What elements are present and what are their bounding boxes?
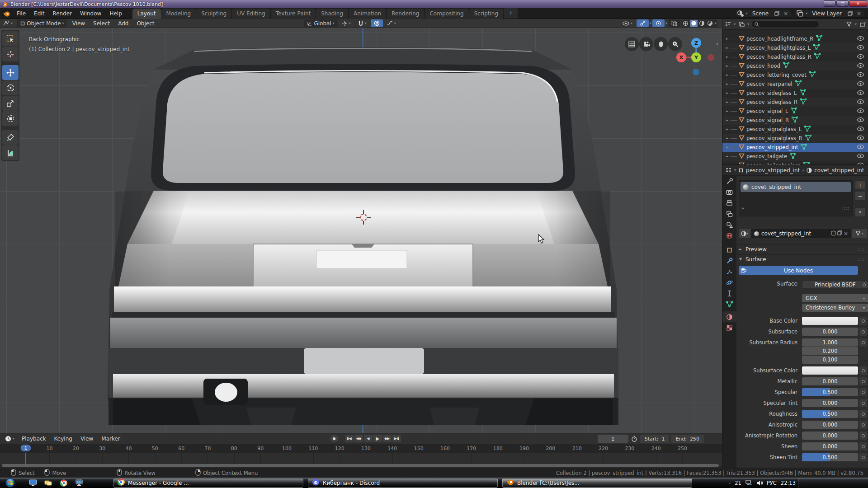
- visibility-dropdown[interactable]: ▾: [619, 19, 636, 28]
- object-name[interactable]: pescov_lettering_covet: [746, 72, 807, 78]
- property-value-field[interactable]: 1.000: [802, 338, 858, 347]
- outliner-item[interactable]: ►pescov_sideglass_L: [722, 89, 868, 98]
- properties-tab-output[interactable]: [722, 197, 736, 208]
- axis-y-ball[interactable]: Y: [691, 52, 701, 62]
- record-button[interactable]: ●: [330, 435, 339, 442]
- object-name[interactable]: pescov_stripped_int: [746, 144, 798, 150]
- chevron-down-icon[interactable]: ▾: [734, 22, 736, 26]
- hide-in-viewport-eye-icon[interactable]: [857, 135, 864, 141]
- workspace-tab-layout[interactable]: Layout: [132, 9, 161, 19]
- object-name[interactable]: pescov_sideglass_R: [746, 99, 797, 105]
- hide-in-viewport-eye-icon[interactable]: [857, 117, 864, 123]
- shading-rendered-button[interactable]: [707, 20, 714, 27]
- node-socket-button[interactable]: [859, 317, 867, 325]
- property-value-field[interactable]: 0.000: [802, 377, 858, 385]
- taskbar-app-blender[interactable]: Blender [C:\Users\Jes...: [502, 479, 692, 488]
- outliner-item[interactable]: ►pescov_rearpanel: [722, 80, 868, 89]
- select-box-tool[interactable]: [2, 31, 19, 46]
- properties-tab-render[interactable]: [722, 187, 736, 197]
- proportional-falloff-selector[interactable]: ▾: [384, 19, 399, 28]
- gizmos-toggle[interactable]: [637, 19, 649, 27]
- topbar-menu-help[interactable]: Help: [105, 8, 126, 19]
- topbar-menu-file[interactable]: File: [13, 8, 30, 19]
- expand-arrow-icon[interactable]: ►: [726, 100, 731, 104]
- expand-arrow-icon[interactable]: ►: [726, 91, 731, 95]
- axis-neg-x-ball[interactable]: [708, 54, 714, 61]
- object-name[interactable]: pescov_sideglass_L: [746, 90, 797, 96]
- next-keyframe-button[interactable]: ◆▶: [383, 435, 392, 442]
- clock[interactable]: 22:13: [781, 480, 796, 486]
- current-frame-field[interactable]: 1: [598, 435, 628, 443]
- grid-toggle-button[interactable]: [625, 37, 639, 51]
- jump-to-start-button[interactable]: ▮◀: [345, 435, 354, 442]
- search-input[interactable]: [761, 21, 811, 28]
- transform-orientation-selector[interactable]: Global▾: [304, 19, 337, 27]
- distribution-dropdown[interactable]: GGX▾: [802, 294, 868, 302]
- end-frame-field[interactable]: End:250: [671, 435, 704, 443]
- use-nodes-button[interactable]: Use Nodes: [739, 266, 858, 275]
- viewport-menu-object[interactable]: Object: [132, 18, 158, 29]
- timeline-menu-view[interactable]: View: [76, 433, 97, 444]
- node-socket-button[interactable]: [859, 432, 867, 440]
- tray-counter[interactable]: 21: [735, 480, 741, 486]
- property-value-field[interactable]: 0.500: [802, 453, 858, 461]
- property-value-field[interactable]: 0.000: [802, 432, 858, 440]
- outliner-filter-image-icon[interactable]: [738, 21, 745, 28]
- material-slot[interactable]: covet_stripped_int: [741, 182, 851, 192]
- node-socket-button[interactable]: [859, 442, 867, 450]
- overlays-dropdown[interactable]: ▾: [665, 21, 667, 25]
- new-collection-button[interactable]: [859, 21, 866, 28]
- window-titlebar[interactable]: Blender [C:\Users\JestarDevil\Documents\…: [0, 0, 868, 8]
- property-value-field[interactable]: 0.000: [802, 421, 858, 429]
- expand-arrow-icon[interactable]: ►: [726, 155, 731, 158]
- outliner-item[interactable]: ►pescov_headlightglass_R: [722, 52, 868, 61]
- object-name[interactable]: pescov_signalglass_R: [746, 135, 802, 141]
- timeline-ruler[interactable]: 1 10203040506070809010011012013014015016…: [0, 444, 722, 453]
- previous-keyframe-button[interactable]: ◀◆: [354, 435, 363, 442]
- proportional-editing-toggle[interactable]: [371, 19, 383, 27]
- copy-icon[interactable]: [846, 10, 854, 17]
- hide-in-viewport-eye-icon[interactable]: [857, 153, 864, 160]
- node-socket-button[interactable]: [859, 388, 867, 396]
- start-button[interactable]: [2, 478, 18, 488]
- outliner-item[interactable]: ►pescov_headlightglass_L: [722, 43, 868, 52]
- overlays-toggle[interactable]: [652, 19, 665, 27]
- outliner-item[interactable]: ►pescov_stripped_int: [722, 143, 868, 152]
- close-button[interactable]: ✕: [849, 0, 867, 7]
- sidebar-collapse-chevron[interactable]: ‹: [716, 41, 718, 47]
- show-desktop-button[interactable]: [798, 478, 868, 488]
- node-socket-button[interactable]: [859, 328, 867, 336]
- annotate-tool[interactable]: [2, 130, 19, 145]
- rotate-tool[interactable]: [2, 80, 19, 95]
- properties-tab-object-data[interactable]: [722, 299, 736, 310]
- pan-hand-button[interactable]: [654, 37, 668, 51]
- timeline-editor-type-button[interactable]: ▾: [2, 434, 18, 443]
- hide-in-viewport-eye-icon[interactable]: [857, 45, 864, 51]
- timeline-track[interactable]: [0, 453, 722, 465]
- view-layer-name[interactable]: View Layer: [809, 10, 844, 17]
- axis-x-ball[interactable]: X: [676, 52, 686, 62]
- object-name[interactable]: pescov_signal_L: [746, 108, 788, 114]
- expand-arrow-icon[interactable]: ►: [726, 127, 731, 131]
- editor-type-button[interactable]: ▾: [0, 19, 16, 28]
- hide-in-viewport-eye-icon[interactable]: [857, 144, 864, 150]
- breadcrumb-material[interactable]: covet_stripped_int: [814, 167, 864, 174]
- chevron-down-icon[interactable]: ▾: [747, 22, 749, 26]
- properties-tab-constraints[interactable]: [722, 288, 736, 299]
- browse-material-button[interactable]: ▾: [739, 229, 750, 238]
- node-socket-button[interactable]: [859, 338, 867, 347]
- transform-tool[interactable]: [2, 111, 19, 126]
- property-value-field[interactable]: 0.200: [802, 347, 858, 355]
- expand-arrow-icon[interactable]: ►: [726, 136, 731, 140]
- taskbar-app-discord[interactable]: Киберпанк - Discord: [308, 479, 498, 488]
- shading-material-button[interactable]: [698, 20, 706, 27]
- property-value-field[interactable]: 0.000: [802, 328, 858, 336]
- outliner-item[interactable]: ►pescov_tailgate: [722, 152, 868, 161]
- expand-arrow-icon[interactable]: ►: [726, 145, 731, 149]
- network-tray-icon[interactable]: [745, 480, 752, 486]
- remove-slot-button[interactable]: −: [855, 191, 865, 201]
- material-slot-list[interactable]: covet_stripped_int ► ::::: [739, 180, 853, 216]
- viewport-menu-view[interactable]: View: [68, 18, 89, 29]
- expand-arrow-icon[interactable]: ►: [726, 64, 731, 68]
- expand-arrow-icon[interactable]: ►: [726, 82, 731, 86]
